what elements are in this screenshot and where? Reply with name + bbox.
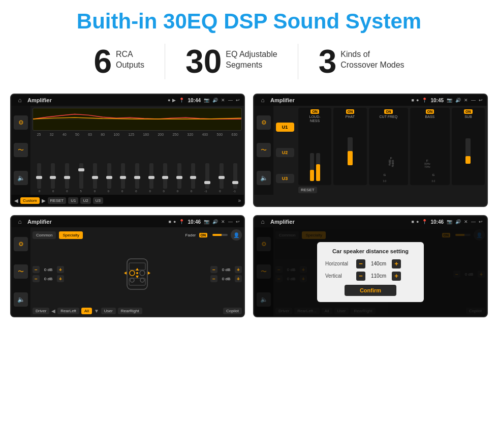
minimize-icon-2[interactable]: — bbox=[471, 98, 476, 103]
vertical-plus[interactable]: + bbox=[392, 272, 401, 281]
all-btn[interactable]: All bbox=[81, 308, 92, 314]
spk-top-row: Common Specialty Fader ON 👤 bbox=[33, 229, 242, 241]
preset-u1[interactable]: U1 bbox=[276, 123, 294, 132]
stat-eq-line1: EQ Adjustable bbox=[226, 49, 277, 60]
fader-slider[interactable] bbox=[212, 234, 228, 236]
vol1-plus[interactable]: + bbox=[57, 266, 64, 273]
amp2-controls: ON LOUD-NESS ON bbox=[298, 108, 485, 185]
sub-slider[interactable] bbox=[465, 138, 471, 164]
prev-btn[interactable]: ◀ bbox=[14, 198, 18, 203]
amp2-reset-btn[interactable]: RESET bbox=[298, 187, 317, 193]
user-avatar[interactable]: 👤 bbox=[231, 229, 242, 241]
loudness-slider-2[interactable] bbox=[316, 153, 320, 181]
u3-btn[interactable]: U3 bbox=[93, 197, 103, 204]
copilot-btn[interactable]: Copilot bbox=[223, 308, 242, 314]
back-icon-2[interactable]: ↩ bbox=[479, 98, 483, 103]
home-icon-3[interactable]: ⌂ bbox=[15, 217, 24, 226]
user-btn[interactable]: User bbox=[101, 308, 116, 314]
home-icon[interactable]: ⌂ bbox=[15, 96, 24, 105]
eq-val-1: 0 bbox=[52, 190, 54, 193]
vol2-plus[interactable]: + bbox=[57, 275, 64, 282]
preset-u2[interactable]: U2 bbox=[276, 148, 294, 157]
eq-wave-btn[interactable]: 〜 bbox=[14, 143, 28, 157]
vol3-plus[interactable]: + bbox=[235, 266, 242, 273]
loudness-slider-1[interactable] bbox=[310, 153, 314, 181]
eq-slider-4[interactable] bbox=[93, 163, 97, 189]
horizontal-minus[interactable]: − bbox=[356, 259, 365, 268]
sub-label: SUB bbox=[464, 115, 472, 119]
close-icon-4[interactable]: ✕ bbox=[464, 219, 468, 224]
eq-slider-6[interactable] bbox=[121, 163, 125, 189]
rearleft-btn[interactable]: RearLeft bbox=[57, 308, 79, 314]
cutfreq-on[interactable]: ON bbox=[384, 109, 393, 114]
preset-u3[interactable]: U3 bbox=[276, 174, 294, 183]
specialty-tab[interactable]: Specialty bbox=[59, 231, 82, 239]
eq-slider-7[interactable] bbox=[135, 163, 139, 189]
back-icon-3[interactable]: ↩ bbox=[236, 219, 240, 224]
eq-filter-btn[interactable]: ⚙ bbox=[14, 115, 28, 130]
left-arrow-btn[interactable]: ◀ bbox=[51, 308, 55, 314]
phat-block: ON PHAT bbox=[333, 108, 366, 185]
vertical-minus[interactable]: − bbox=[356, 272, 365, 281]
home-icon-2[interactable]: ⌂ bbox=[258, 96, 267, 105]
vol1-minus[interactable]: − bbox=[33, 266, 40, 273]
amp2-filter-btn[interactable]: ⚙ bbox=[257, 115, 271, 130]
reset-btn[interactable]: RESET bbox=[48, 197, 67, 204]
horizontal-plus[interactable]: + bbox=[392, 259, 401, 268]
screen-amp2: ⌂ Amplifier ■ ● 📍 10:45 📷 🔊 ✕ — ↩ ⚙ 〜 🔈 … bbox=[253, 94, 488, 207]
common-tab[interactable]: Common bbox=[33, 231, 56, 239]
vol4-minus[interactable]: − bbox=[210, 275, 217, 282]
u2-btn[interactable]: U2 bbox=[80, 197, 90, 204]
eq-slider-10[interactable] bbox=[177, 163, 181, 189]
spk-filter-btn[interactable]: ⚙ bbox=[14, 237, 28, 251]
screen2-title: Amplifier bbox=[270, 97, 409, 103]
rearright-btn[interactable]: RearRight bbox=[118, 308, 142, 314]
eq-slider-9[interactable] bbox=[163, 163, 167, 189]
more-icon[interactable]: » bbox=[238, 198, 241, 203]
sub-on[interactable]: ON bbox=[464, 109, 473, 114]
close-icon[interactable]: ✕ bbox=[221, 98, 225, 103]
amp2-wave-btn[interactable]: 〜 bbox=[257, 143, 271, 157]
minimize-icon-4[interactable]: — bbox=[471, 219, 476, 224]
close-icon-2[interactable]: ✕ bbox=[464, 98, 468, 103]
back-icon-4[interactable]: ↩ bbox=[479, 219, 483, 224]
eq-slider-5[interactable] bbox=[107, 163, 111, 189]
stat-crossover-number: 3 bbox=[319, 45, 337, 78]
eq-slider-3[interactable] bbox=[79, 163, 83, 189]
down-arrow-btn[interactable]: ▼ bbox=[94, 308, 99, 314]
loudness-on[interactable]: ON bbox=[310, 109, 319, 114]
close-icon-3[interactable]: ✕ bbox=[221, 219, 225, 224]
dlg-body: ⚙ 〜 🔈 Common Specialty ON 👤 bbox=[254, 227, 487, 316]
eq-sidebar: ⚙ 〜 🔈 bbox=[11, 106, 30, 195]
u1-btn[interactable]: U1 bbox=[68, 197, 78, 204]
vol3-minus[interactable]: − bbox=[210, 266, 217, 273]
bass-on[interactable]: ON bbox=[426, 109, 434, 114]
amp2-speaker-btn[interactable]: 🔈 bbox=[257, 171, 271, 185]
status-bar-4: ⌂ Amplifier ■ ● 📍 10:46 📷 🔊 ✕ — ↩ bbox=[254, 216, 487, 227]
vol2-minus[interactable]: − bbox=[33, 275, 40, 282]
stat-eq-line2: Segments bbox=[226, 60, 277, 71]
confirm-button[interactable]: Confirm bbox=[345, 285, 396, 296]
home-icon-4[interactable]: ⌂ bbox=[258, 217, 267, 226]
eq-slider-14[interactable] bbox=[233, 163, 237, 189]
custom-preset-btn[interactable]: Custom bbox=[20, 197, 40, 204]
eq-slider-8[interactable] bbox=[149, 163, 153, 189]
eq-slider-11[interactable] bbox=[191, 163, 195, 189]
eq-slider-0[interactable] bbox=[37, 163, 41, 189]
eq-slider-12[interactable] bbox=[205, 163, 209, 189]
spk-speaker-btn[interactable]: 🔈 bbox=[14, 292, 28, 307]
eq-slider-13[interactable] bbox=[220, 163, 224, 189]
driver-btn[interactable]: Driver bbox=[33, 308, 49, 314]
eq-speaker-btn[interactable]: 🔈 bbox=[14, 171, 28, 185]
phat-slider[interactable] bbox=[348, 137, 353, 165]
minimize-icon-3[interactable]: — bbox=[228, 219, 233, 224]
next-btn[interactable]: ▶ bbox=[42, 198, 46, 203]
eq-slider-2[interactable] bbox=[65, 163, 69, 189]
vol4-plus[interactable]: + bbox=[235, 275, 242, 282]
phat-on[interactable]: ON bbox=[346, 109, 355, 114]
back-icon[interactable]: ↩ bbox=[236, 98, 240, 103]
fader-on-badge[interactable]: ON bbox=[199, 233, 208, 237]
minimize-icon[interactable]: — bbox=[228, 98, 233, 103]
eq-slider-1[interactable] bbox=[51, 163, 55, 189]
spk-wave-btn[interactable]: 〜 bbox=[14, 264, 28, 279]
